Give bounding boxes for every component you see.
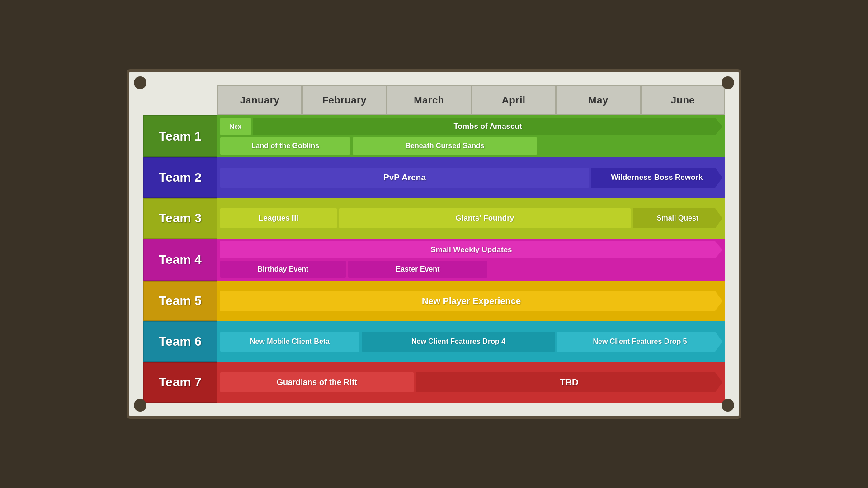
corner-decoration-br [722, 399, 734, 412]
bar-leagues3: Leagues III [220, 208, 337, 228]
bar-land-goblins: Land of the Goblins [220, 137, 350, 155]
team7-label: Team 7 [143, 362, 217, 403]
roadmap-board: January February March April May June Te… [127, 69, 741, 419]
bar-new-player-exp: New Player Experience [220, 291, 722, 311]
month-april: April [472, 85, 556, 115]
bar-mobile-client-beta: New Mobile Client Beta [220, 332, 359, 352]
bar-easter-event: Easter Event [348, 261, 487, 278]
bar-tbd: TBD [416, 372, 722, 392]
bar-wilderness: Wilderness Boss Rework [591, 168, 722, 188]
bar-client-features-4: New Client Features Drop 4 [362, 332, 555, 352]
team5-label: Team 5 [143, 281, 217, 321]
bar-nex: Nex [220, 118, 251, 135]
month-january: January [217, 85, 302, 115]
team6-content: New Mobile Client Beta New Client Featur… [217, 321, 725, 362]
team1-row2: Land of the Goblins Beneath Cursed Sands [220, 137, 722, 155]
month-february: February [302, 85, 387, 115]
team3-label: Team 3 [143, 198, 217, 239]
team7-content: Guardians of the Rift TBD [217, 362, 725, 403]
bar-guardians-rift: Guardians of the Rift [220, 372, 414, 392]
team2-content: PvP Arena Wilderness Boss Rework [217, 157, 725, 198]
bar-giants-foundry: Giants' Foundry [339, 208, 631, 228]
team1-row1: Nex Tombs of Amascut [220, 118, 722, 135]
team1-label: Team 1 [143, 115, 217, 157]
team3-content: Leagues III Giants' Foundry Small Quest [217, 198, 725, 239]
month-june: June [641, 85, 725, 115]
team4-row2: Birthday Event Easter Event [220, 261, 722, 278]
bar-tombs: Tombs of Amascut [253, 118, 722, 135]
bar-birthday-event: Birthday Event [220, 261, 346, 278]
roadmap-grid: January February March April May June Te… [143, 85, 725, 403]
header-empty [143, 85, 217, 115]
bar-beneath-sands: Beneath Cursed Sands [353, 137, 537, 155]
bar-client-features-5: New Client Features Drop 5 [557, 332, 722, 352]
bar-small-quest: Small Quest [633, 208, 722, 228]
month-may: May [556, 85, 641, 115]
team6-label: Team 6 [143, 321, 217, 362]
bar-small-weekly: Small Weekly Updates [220, 241, 722, 258]
team4-row1: Small Weekly Updates [220, 241, 722, 258]
team1-content: Nex Tombs of Amascut Land of the Goblins… [217, 115, 725, 157]
team2-label: Team 2 [143, 157, 217, 198]
bar-pvp-arena: PvP Arena [220, 168, 589, 188]
team5-content: New Player Experience [217, 281, 725, 321]
corner-decoration-bl [134, 399, 146, 412]
team4-content: Small Weekly Updates Birthday Event East… [217, 239, 725, 281]
month-march: March [387, 85, 471, 115]
team4-label: Team 4 [143, 239, 217, 281]
